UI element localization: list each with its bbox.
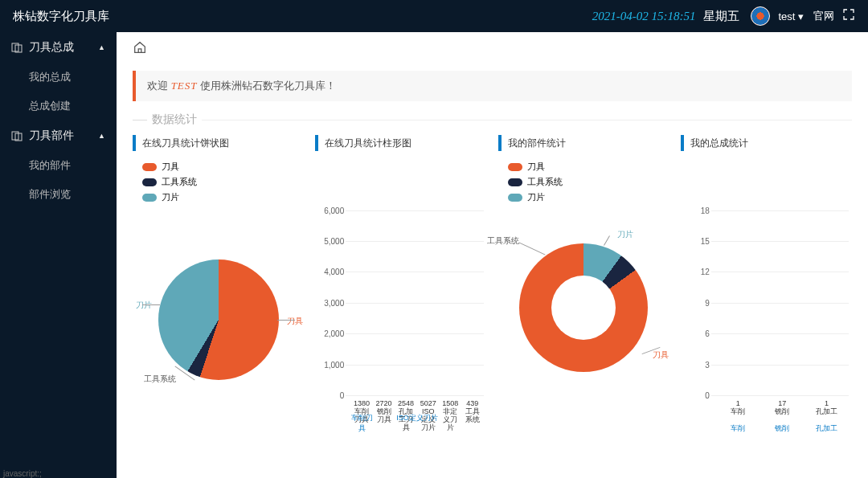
welcome-prefix: 欢迎	[147, 80, 168, 92]
x-label: ISO定义刀片	[395, 413, 439, 434]
app-header: 株钻数字化刀具库 2021-04-02 15:18:51 星期五 test ▾ …	[0, 0, 868, 32]
welcome-user: TEST	[171, 80, 198, 92]
panel-title: 我的总成统计	[681, 135, 852, 154]
panel-title: 在线刀具统计柱形图	[315, 135, 486, 154]
nav-group-tool-parts[interactable]: 刀具部件 ▲	[0, 121, 117, 151]
datetime-display: 2021-04-02 15:18:51	[592, 10, 696, 23]
panel-donut-myparts: 我的部件统计 刀具 工具系统 刀片 刀片 工具系统 刀具	[498, 135, 669, 478]
donut-label-system: 工具系统	[487, 235, 519, 247]
caret-down-icon: ▾	[798, 10, 804, 22]
nav-item-create-assembly[interactable]: 总成创建	[0, 92, 117, 121]
panel-bar-online: 在线刀具统计柱形图 6,000 5,000 4,000 3,000 2,000 …	[315, 135, 486, 478]
chevron-up-icon: ▲	[98, 43, 105, 51]
section-title: 数据统计	[147, 112, 202, 127]
x-label: 孔加工	[805, 423, 849, 434]
panel-title: 在线刀具统计饼状图	[133, 135, 304, 154]
legend-item-blade[interactable]: 刀片	[142, 191, 304, 203]
assembly-icon	[11, 42, 23, 53]
legend-item-system[interactable]: 工具系统	[508, 176, 669, 188]
legend: 刀具 工具系统 刀片	[498, 161, 669, 203]
nav-item-my-parts[interactable]: 我的部件	[0, 151, 117, 180]
breadcrumb	[117, 32, 868, 64]
chevron-up-icon: ▲	[98, 132, 105, 140]
nav-group-tool-assembly[interactable]: 刀具总成 ▲	[0, 32, 117, 63]
main-content: 欢迎 TEST 使用株洲钻石数字化刀具库！ 数据统计 在线刀具统计饼状图 刀具 …	[117, 32, 868, 478]
pie-chart	[158, 259, 279, 380]
pie-label-blade: 刀片	[136, 300, 152, 311]
pie-label-tool: 刀具	[287, 316, 303, 327]
weekday-display: 星期五	[703, 9, 739, 24]
parts-icon	[11, 130, 23, 141]
welcome-banner: 欢迎 TEST 使用株洲钻石数字化刀具库！	[133, 71, 852, 101]
fullscreen-icon[interactable]	[842, 8, 855, 24]
legend-item-tool[interactable]: 刀具	[142, 161, 304, 173]
pie-label-system: 工具系统	[144, 374, 176, 385]
donut-label-blade: 刀片	[617, 229, 633, 240]
x-label: 车削刀具	[350, 413, 373, 434]
nav-item-browse-parts[interactable]: 部件浏览	[0, 180, 117, 209]
legend: 刀具 工具系统 刀片	[133, 161, 304, 203]
section-header: 数据统计	[117, 101, 868, 130]
bar-label: 1车削	[725, 400, 751, 416]
bar-label: 17铣削	[769, 400, 796, 416]
logo-icon	[751, 6, 770, 26]
legend-item-blade[interactable]: 刀片	[508, 191, 669, 203]
donut-label-tool: 刀具	[653, 349, 669, 361]
legend-item-tool[interactable]: 刀具	[508, 161, 669, 173]
x-label: 铣削	[760, 423, 805, 434]
welcome-suffix: 使用株洲钻石数字化刀具库！	[200, 80, 336, 92]
bar-chart-small: 18 15 12 9 6 3 0 1车削 17铣削 1孔加工 车削 铣削	[681, 194, 852, 468]
home-icon[interactable]	[133, 40, 147, 58]
nav-item-my-assembly[interactable]: 我的总成	[0, 63, 117, 92]
official-site-link[interactable]: 官网	[813, 9, 834, 23]
x-label: 车削	[716, 423, 760, 434]
user-dropdown[interactable]: test ▾	[778, 10, 804, 22]
app-title: 株钻数字化刀具库	[13, 9, 592, 24]
legend-item-system[interactable]: 工具系统	[142, 176, 304, 188]
sidebar: 刀具总成 ▲ 我的总成 总成创建 刀具部件 ▲ 我的部件 部件浏览	[0, 32, 117, 478]
panel-pie-online: 在线刀具统计饼状图 刀具 工具系统 刀片 刀具 工具系统 刀片	[133, 135, 304, 478]
bar-label: 1孔加工	[813, 400, 840, 416]
panel-title: 我的部件统计	[498, 135, 669, 154]
nav-group-label: 刀具部件	[29, 129, 74, 143]
nav-group-label: 刀具总成	[29, 40, 74, 55]
panel-bar-myassembly: 我的总成统计 18 15 12 9 6 3 0 1车削 17铣削 1孔加工 车削	[681, 135, 852, 478]
bar-chart: 6,000 5,000 4,000 3,000 2,000 1,000 0 13…	[315, 194, 486, 468]
